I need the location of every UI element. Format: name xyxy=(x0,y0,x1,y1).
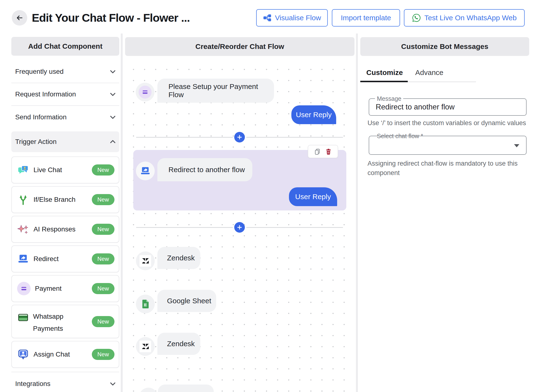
component-label: If/Else Branch xyxy=(33,196,92,203)
section-label: Request Information xyxy=(15,90,76,98)
component-label: Redirect xyxy=(33,255,92,263)
new-badge: New xyxy=(92,164,114,176)
section-label: Integrations xyxy=(15,380,50,388)
section-label: Trigger Action xyxy=(15,138,57,146)
component-payment[interactable]: Payment New xyxy=(11,275,119,302)
assign-chat-icon xyxy=(17,348,29,360)
section-integrations[interactable]: Integrations xyxy=(11,372,119,392)
canvas-title: Create/Reorder Chat Flow xyxy=(125,37,354,56)
component-label: AI Responses xyxy=(33,225,92,233)
component-live-chat[interactable]: Live Chat New xyxy=(11,156,119,183)
component-if-else-branch[interactable]: If/Else Branch New xyxy=(11,186,119,213)
new-badge: New xyxy=(92,253,114,264)
chevron-down-icon xyxy=(109,91,116,98)
back-button[interactable] xyxy=(12,10,27,26)
payment-step-avatar xyxy=(136,83,154,101)
branch-icon xyxy=(17,194,29,206)
section-trigger-action[interactable]: Trigger Action xyxy=(11,131,119,152)
zendesk-logo xyxy=(140,341,151,352)
page-title: Edit Your Chat Flow - Flower ... xyxy=(32,10,190,26)
payment-icon xyxy=(139,86,152,99)
ai-sparkles-icon xyxy=(17,223,29,235)
component-whatsapp-payments[interactable]: Whatsapp Payments New xyxy=(11,305,119,338)
new-badge: New xyxy=(92,316,114,327)
plus-icon xyxy=(236,134,243,140)
inspector-title: Customize Bot Messages xyxy=(360,37,529,56)
component-label: Live Chat xyxy=(33,166,92,174)
integration-step-bubble[interactable]: Zendesk xyxy=(157,333,200,355)
integration-step-bubble[interactable]: Google Sheet xyxy=(157,290,216,312)
message-helper-text: Use ‘/’ to insert the custom variables o… xyxy=(368,118,526,128)
partial-step-bubble xyxy=(158,385,214,392)
test-live-whatsapp-label: Test Live On WhatsApp Web xyxy=(424,14,517,22)
component-ai-responses[interactable]: AI Responses New xyxy=(11,216,119,243)
component-label: Whatsapp Payments xyxy=(33,313,63,332)
integration-step-text: Zendesk xyxy=(167,254,195,262)
connector-line xyxy=(136,137,233,138)
new-badge: New xyxy=(92,224,114,235)
component-assign-chat[interactable]: Assign Chat New xyxy=(11,341,119,368)
sidebar-title: Add Chat Component xyxy=(11,37,119,56)
flow-canvas: Create/Reorder Chat Flow Please Setup yo… xyxy=(125,34,354,392)
component-label: Payment xyxy=(35,285,92,292)
new-badge: New xyxy=(92,194,114,205)
add-step-button[interactable] xyxy=(234,222,245,233)
inspector-panel: Customize Bot Messages Customize Advance… xyxy=(360,34,529,392)
chevron-down-icon xyxy=(109,380,116,387)
test-live-whatsapp-button[interactable]: Test Live On WhatsApp Web xyxy=(404,9,525,27)
step-toolbar xyxy=(308,145,338,158)
section-request-information[interactable]: Request Information xyxy=(11,83,119,106)
component-label: Assign Chat xyxy=(33,351,92,358)
delete-icon[interactable] xyxy=(325,148,332,155)
add-step-button[interactable] xyxy=(234,132,245,142)
zendesk-step-avatar xyxy=(136,337,155,356)
google-sheet-step-avatar xyxy=(136,295,155,313)
import-template-button[interactable]: Import template xyxy=(332,9,400,27)
user-reply-bubble[interactable]: User Reply xyxy=(289,187,337,206)
redirect-icon xyxy=(17,253,29,265)
redirect-icon xyxy=(140,166,151,176)
new-badge: New xyxy=(92,349,114,360)
section-frequently-used[interactable]: Frequently used xyxy=(11,61,119,83)
payment-icon xyxy=(17,282,31,295)
bot-message-text: Please Setup your Payment Flow xyxy=(168,82,274,99)
copy-icon[interactable] xyxy=(314,148,321,155)
active-tab-indicator xyxy=(360,81,408,82)
connector-line xyxy=(136,227,233,228)
tab-customize[interactable]: Customize xyxy=(366,67,403,78)
message-input[interactable] xyxy=(369,99,526,115)
chevron-down-icon xyxy=(109,114,116,121)
chat-flow-builder: Edit Your Chat Flow - Flower ... Visuali… xyxy=(0,0,535,392)
integration-step-text: Google Sheet xyxy=(167,297,211,305)
dropdown-caret-icon xyxy=(514,144,519,147)
visualise-flow-button[interactable]: Visualise Flow xyxy=(256,9,328,27)
chevron-up-icon xyxy=(109,138,116,145)
component-sidebar: Add Chat Component Frequently used Reque… xyxy=(11,34,119,392)
user-reply-bubble[interactable]: User Reply xyxy=(291,105,336,124)
flow-icon xyxy=(263,14,272,22)
section-send-information[interactable]: Send Information xyxy=(11,106,119,128)
tab-advance[interactable]: Advance xyxy=(415,67,443,78)
chevron-down-icon xyxy=(109,68,116,75)
select-chat-flow-label: Select chat flow * xyxy=(375,132,425,140)
selected-step-text: Redirect to another flow xyxy=(168,166,245,174)
message-field: Message xyxy=(369,98,527,116)
live-chat-icon xyxy=(17,164,29,176)
connector-line xyxy=(246,227,343,228)
google-sheet-icon xyxy=(140,299,150,309)
component-redirect[interactable]: Redirect New xyxy=(11,245,119,272)
zendesk-logo xyxy=(140,255,151,267)
select-chat-flow-field[interactable]: Select chat flow * xyxy=(369,136,527,155)
redirect-step-avatar xyxy=(136,162,155,180)
arrow-left-icon xyxy=(15,14,24,22)
bot-message-bubble[interactable]: Please Setup your Payment Flow xyxy=(157,79,274,103)
selected-step-bubble[interactable]: Redirect to another flow xyxy=(157,158,252,181)
zendesk-step-avatar xyxy=(136,251,155,270)
new-badge: New xyxy=(92,283,114,294)
plus-icon xyxy=(236,224,243,230)
integration-step-text: Zendesk xyxy=(167,340,195,348)
divider-left xyxy=(121,34,123,392)
divider-right xyxy=(356,34,358,392)
section-label: Frequently used xyxy=(15,68,64,75)
integration-step-bubble[interactable]: Zendesk xyxy=(157,247,200,269)
